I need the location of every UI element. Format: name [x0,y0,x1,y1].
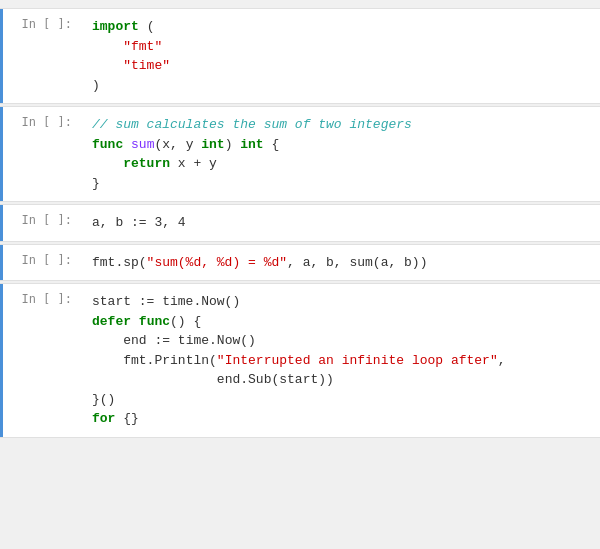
cell-1-content[interactable]: import ( "fmt" "time" ) [80,9,600,103]
cell-3-prompt: In [ ]: [0,205,80,241]
cell-4-prompt: In [ ]: [0,245,80,281]
cell-2: In [ ]: // sum calculates the sum of two… [0,106,600,202]
cell-1: In [ ]: import ( "fmt" "time" ) [0,8,600,104]
cell-5: In [ ]: start := time.Now() defer func()… [0,283,600,438]
cell-4: In [ ]: fmt.sp("sum(%d, %d) = %d", a, b,… [0,244,600,282]
cell-3: In [ ]: a, b := 3, 4 [0,204,600,242]
cell-2-prompt: In [ ]: [0,107,80,201]
cell-4-content[interactable]: fmt.sp("sum(%d, %d) = %d", a, b, sum(a, … [80,245,600,281]
cell-1-prompt: In [ ]: [0,9,80,103]
cell-5-prompt: In [ ]: [0,284,80,437]
notebook: In [ ]: import ( "fmt" "time" ) In [ ]: … [0,0,600,549]
cell-2-content[interactable]: // sum calculates the sum of two integer… [80,107,600,201]
cell-5-content[interactable]: start := time.Now() defer func() { end :… [80,284,600,437]
cell-3-content[interactable]: a, b := 3, 4 [80,205,600,241]
